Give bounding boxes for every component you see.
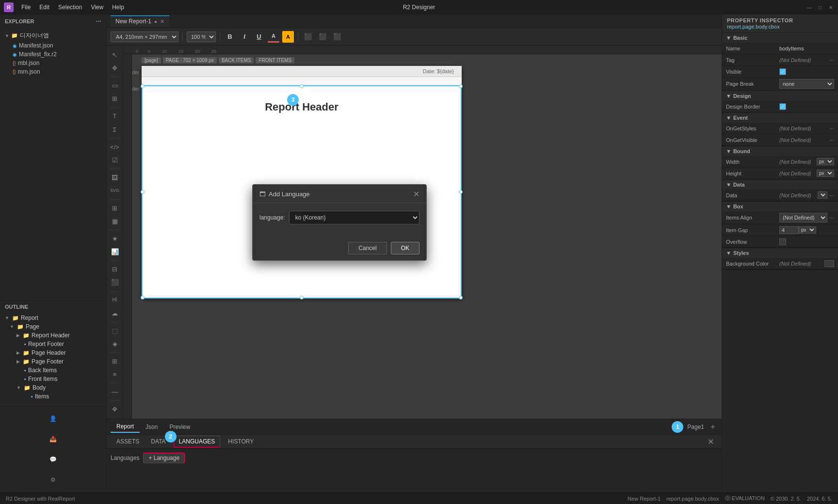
highlight-button[interactable]: A (282, 31, 294, 43)
formula-tool[interactable]: Σ (108, 124, 122, 135)
maximize-button[interactable]: □ (817, 4, 823, 11)
data-select[interactable] (818, 191, 827, 199)
zoom-selector[interactable]: 100 % (187, 32, 216, 42)
table2-tool[interactable]: ⊞ (108, 356, 122, 367)
chart-tool[interactable]: 📊 (108, 246, 122, 257)
add-language-button[interactable]: + Language (143, 453, 185, 463)
item-gap-unit[interactable]: px (799, 226, 816, 234)
menu-help[interactable]: Help (108, 3, 128, 12)
design-border-checkbox[interactable]: ✓ (779, 103, 786, 110)
section-box-header[interactable]: ▼ Box (722, 202, 838, 211)
outline-body[interactable]: ▼ 📁 Body (0, 383, 106, 392)
svg-tool[interactable]: SVG (108, 185, 122, 196)
outline-page[interactable]: ▼ 📁 Page (0, 322, 106, 331)
checkbox-tool[interactable]: ☑ (108, 155, 122, 166)
height-unit[interactable]: px (817, 170, 834, 177)
file-tab-new-report[interactable]: New Report-1 ● ✕ (111, 16, 169, 27)
file-manifest-fix[interactable]: ◉ Manifest_fix.r2 (0, 50, 106, 59)
outline-items[interactable]: ▪ Items (0, 392, 106, 401)
bg-color-swatch[interactable] (824, 260, 834, 267)
tab-report[interactable]: Report (111, 421, 140, 433)
dialog-cancel-button[interactable]: Cancel (348, 242, 387, 254)
bcontent-tab-assets[interactable]: ASSETS (111, 435, 145, 448)
tab-preview[interactable]: Preview (163, 422, 196, 432)
dialog-language-select[interactable]: ko (Korean) en (English) ja (Japanese) z… (289, 211, 419, 224)
section-design-header[interactable]: ▼ Design (722, 91, 838, 101)
user-icon-btn[interactable]: 👤 (45, 410, 62, 427)
font-color-button[interactable]: A (268, 31, 279, 43)
section-data-header[interactable]: ▼ Data (722, 180, 838, 189)
page-break-select[interactable]: none (779, 79, 834, 89)
visible-checkbox[interactable]: ✓ (779, 68, 786, 75)
align-center-button[interactable]: ⬛ (317, 31, 328, 43)
page-size-selector[interactable]: A4, 210mm × 297mm (111, 32, 178, 42)
star-tool[interactable]: ★ (108, 233, 122, 244)
file-mbl-json[interactable]: {} mbl.json (0, 59, 106, 67)
outline-report-footer[interactable]: ▪ Report Footer (0, 340, 106, 348)
image-tool[interactable]: 🖼 (108, 172, 122, 183)
cloud-tool[interactable]: ☁ (108, 308, 122, 319)
canvas-scroll[interactable]: 3 [page] PAGE · 702 × 1009 px BACK ITEMS… (132, 54, 722, 419)
width-unit[interactable]: px (817, 158, 834, 165)
line-tool[interactable]: — (108, 386, 122, 397)
overflow-checkbox[interactable] (779, 238, 786, 245)
dialog-close-button[interactable]: ✕ (413, 189, 419, 199)
pattern-tool[interactable]: ⬛ (108, 277, 122, 288)
special-tool[interactable]: ◈ (108, 338, 122, 349)
bcontent-tab-languages[interactable]: LANGUAGES (174, 436, 221, 447)
code-tool[interactable]: </> (108, 142, 122, 153)
menu-view[interactable]: View (87, 3, 107, 12)
section-basic-header[interactable]: ▼ Basic (722, 33, 838, 43)
menu-file[interactable]: File (17, 3, 34, 12)
outline-report-header[interactable]: ▶ 📁 Report Header (0, 331, 106, 340)
items-align-select[interactable]: (Not Defined) (779, 213, 827, 222)
settings-icon-btn[interactable]: ⚙ (45, 471, 62, 488)
multi-grid-tool[interactable]: ⊟ (108, 264, 122, 275)
file-manifest-json[interactable]: ◉ Manifest.json (0, 41, 106, 50)
bold-button[interactable]: B (224, 31, 236, 43)
data-more[interactable]: ··· (829, 192, 834, 199)
file-tab-close-icon[interactable]: ✕ (160, 18, 164, 25)
outline-report[interactable]: ▼ 📁 Report (0, 314, 106, 322)
align-right-button[interactable]: ⬛ (331, 31, 343, 43)
tab-json[interactable]: Json (140, 422, 163, 432)
file-mrn-json[interactable]: {} mrn.json (0, 67, 106, 76)
download-icon-btn[interactable]: 📥 (45, 430, 62, 448)
outline-page-footer[interactable]: ▶ 📁 Page Footer (0, 357, 106, 366)
on-get-visible-more[interactable]: ··· (829, 137, 834, 143)
section-styles-header[interactable]: ▼ Styles (722, 248, 838, 258)
barcode-tool[interactable]: ▦ (108, 216, 122, 227)
bcontent-tab-history[interactable]: HISTORY (222, 435, 259, 448)
select-tool[interactable]: ↖ (108, 49, 122, 61)
cross-tool[interactable]: ✥ (108, 404, 122, 415)
root-folder[interactable]: ▼ 📁 디자이너앱 (0, 30, 106, 41)
heading-tool[interactable]: HI (108, 294, 122, 305)
menu-edit[interactable]: Edit (35, 3, 53, 12)
align-left-button[interactable]: ⬛ (302, 31, 314, 43)
outline-back-items[interactable]: ▪ Back Items (0, 366, 106, 375)
list-tool[interactable]: ≡ (108, 369, 122, 380)
text-tool[interactable]: T (108, 110, 122, 122)
frame-tool[interactable]: ⬚ (108, 325, 122, 336)
close-panel-button[interactable]: ✕ (704, 435, 718, 448)
close-button[interactable]: ✕ (827, 4, 834, 11)
outline-front-items[interactable]: ▪ Front Items (0, 375, 106, 383)
grid-tool[interactable]: ⊞ (108, 203, 122, 214)
add-page-button[interactable]: + (708, 422, 718, 432)
outline-page-header[interactable]: ▶ 📁 Page Header (0, 348, 106, 357)
section-bound-header[interactable]: ▼ Bound (722, 146, 838, 156)
table-tool[interactable]: ⊞ (108, 93, 122, 104)
section-event-header[interactable]: ▼ Event (722, 113, 838, 123)
dialog-ok-button[interactable]: OK (391, 242, 419, 254)
tag-more-icon[interactable]: ··· (829, 57, 834, 63)
on-get-styles-more[interactable]: ··· (829, 125, 834, 132)
item-gap-input[interactable] (779, 226, 799, 234)
contact-icon-btn[interactable]: 💬 (45, 451, 62, 468)
underline-button[interactable]: U (253, 31, 265, 43)
items-align-more[interactable]: ··· (829, 214, 834, 221)
move-tool[interactable]: ✥ (108, 63, 122, 74)
explorer-more-icon[interactable]: ··· (96, 17, 101, 25)
italic-button[interactable]: I (239, 31, 250, 43)
menu-selection[interactable]: Selection (54, 3, 86, 12)
minimize-button[interactable]: — (806, 4, 813, 11)
